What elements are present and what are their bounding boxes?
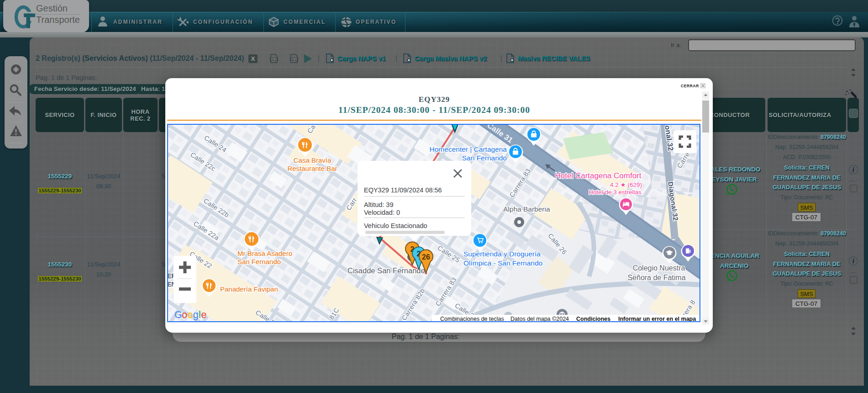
svg-text:CSV: CSV xyxy=(291,58,297,61)
svg-text:o: o xyxy=(182,309,187,320)
svg-text:EQY329 11/09/2024 08:56: EQY329 11/09/2024 08:56 xyxy=(364,186,442,194)
svg-text:Restaurante Bar: Restaurante Bar xyxy=(287,165,337,172)
svg-text:CSV: CSV xyxy=(271,58,277,61)
svg-text:Vehiculo Estacionado: Vehiculo Estacionado xyxy=(364,222,427,229)
svg-text:Casa Bravía: Casa Bravía xyxy=(294,156,331,164)
svg-text:Olímpica - San Fernando: Olímpica - San Fernando xyxy=(463,259,542,267)
svg-text:Cisadde San Fernando: Cisadde San Fernando xyxy=(347,266,425,275)
svg-text:4.2 ★ (629): 4.2 ★ (629) xyxy=(610,181,642,188)
svg-text:Colegio Nuestra: Colegio Nuestra xyxy=(633,264,685,272)
svg-text:Hotel de 3 estrellas: Hotel de 3 estrellas xyxy=(589,189,642,196)
svg-text:Informar un error en el mapa: Informar un error en el mapa xyxy=(618,316,696,321)
svg-text:26: 26 xyxy=(422,253,430,261)
svg-text:G: G xyxy=(174,309,182,320)
svg-text:i: i xyxy=(852,166,854,173)
svg-text:Combinaciones de teclas: Combinaciones de teclas xyxy=(440,316,504,321)
svg-text:X: X xyxy=(251,55,255,62)
svg-text:San Fernando: San Fernando xyxy=(237,258,281,266)
svg-text:e: e xyxy=(201,309,207,320)
svg-text:l: l xyxy=(199,309,201,320)
svg-text:Panadería Favipan: Panadería Favipan xyxy=(220,285,278,293)
svg-text:San Fernando: San Fernando xyxy=(462,154,507,162)
svg-text:o: o xyxy=(188,309,193,320)
svg-text:Mr Brasa Asadero: Mr Brasa Asadero xyxy=(237,250,292,257)
svg-text:Alpha Barberia: Alpha Barberia xyxy=(503,205,550,213)
svg-text:i: i xyxy=(852,258,854,265)
svg-text:Homecenter | Cartagena: Homecenter | Cartagena xyxy=(430,145,507,153)
svg-text:Señora de Fatima: Señora de Fatima xyxy=(627,274,685,281)
svg-text:Velocidad: 0: Velocidad: 0 xyxy=(364,209,400,216)
svg-text:Condiciones: Condiciones xyxy=(576,316,610,321)
svg-text:Altitud: 39: Altitud: 39 xyxy=(364,201,394,208)
svg-text:Datos del mapa ©2024: Datos del mapa ©2024 xyxy=(510,316,569,321)
svg-text:g: g xyxy=(193,309,199,320)
svg-text:Hotel Cartagena Comfort: Hotel Cartagena Comfort xyxy=(555,171,642,180)
svg-text:Supertienda y Droguería: Supertienda y Droguería xyxy=(463,250,541,258)
